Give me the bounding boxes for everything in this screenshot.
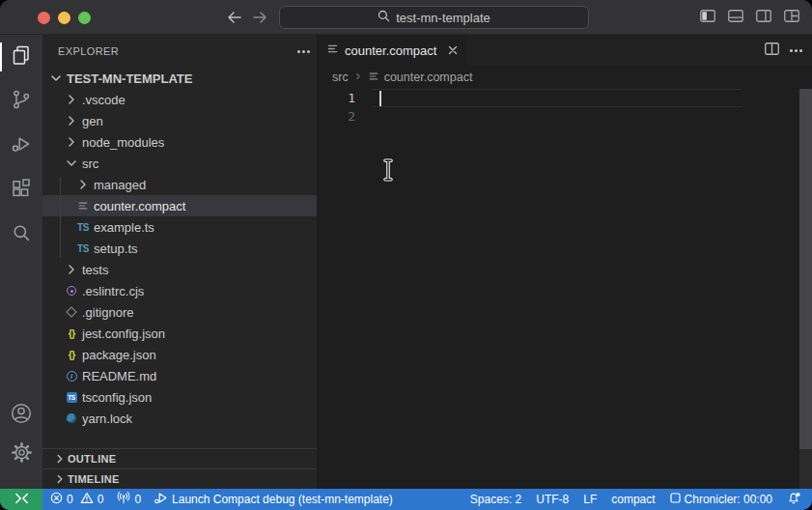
notifications-bell-icon[interactable] (787, 492, 801, 508)
activity-search-button[interactable] (0, 212, 42, 257)
file-icon (368, 71, 379, 85)
indent-guide (60, 177, 61, 258)
activity-bar (0, 35, 42, 489)
search-icon (10, 221, 33, 248)
tree-item-eslintrc[interactable]: .eslintrc.cjs (42, 280, 317, 301)
tree-item-example-ts[interactable]: TS example.ts (42, 216, 317, 238)
debug-icon (10, 132, 33, 159)
chevron-right-icon (64, 262, 79, 277)
files-icon (10, 43, 33, 71)
error-icon (50, 492, 63, 507)
tree-item-gen[interactable]: gen (42, 110, 317, 131)
tab-counter-compact[interactable]: counter.compact (317, 35, 467, 66)
tree-item-readme[interactable]: i README.md (42, 365, 317, 386)
tree-item-package-json[interactable]: { } package.json (42, 344, 317, 365)
indentation-status[interactable]: Spaces: 2 (470, 493, 521, 506)
explorer-more-actions-icon[interactable] (302, 50, 305, 53)
activity-accounts-button[interactable] (0, 396, 42, 435)
git-icon (64, 304, 79, 320)
toggle-primary-sidebar-icon[interactable] (700, 10, 715, 22)
tsconfig-icon: TS (64, 389, 79, 405)
ports-status[interactable]: 0 (117, 492, 141, 507)
timeline-section-header[interactable]: TIMELINE (42, 468, 317, 489)
chevron-right-icon (52, 471, 68, 487)
chevron-right-icon (52, 451, 68, 467)
activity-run-debug-button[interactable] (0, 124, 42, 168)
navigate-forward-button[interactable] (249, 7, 270, 28)
breadcrumb-folder[interactable]: src (332, 71, 349, 84)
activity-extensions-button[interactable] (0, 168, 42, 212)
problems-status[interactable]: 0 0 (50, 492, 103, 507)
explorer-title: EXPLORER (58, 45, 119, 57)
line-number: 1 (317, 89, 355, 107)
tab-label: counter.compact (345, 43, 436, 58)
split-editor-icon[interactable] (765, 42, 779, 59)
line-number: 2 (317, 107, 355, 126)
current-line-highlight (372, 89, 742, 107)
file-icon (75, 198, 91, 213)
chevron-right-icon (75, 177, 91, 192)
eslint-icon (64, 283, 79, 298)
status-bar: 0 0 0 Launch Compact debug (test-mn-temp… (0, 489, 812, 510)
account-icon (9, 401, 34, 430)
chevron-right-icon (64, 92, 79, 107)
tree-item-counter-compact[interactable]: counter.compact (42, 195, 317, 216)
tree-item-jest-config[interactable]: { } jest.config.json (42, 323, 317, 344)
yarn-icon (64, 411, 79, 426)
scrollbar-slider[interactable] (799, 89, 812, 449)
activity-settings-button[interactable] (0, 435, 42, 473)
extensions-icon (10, 177, 33, 204)
vscode-window: test-mn-template (0, 0, 812, 510)
tree-item-vscode[interactable]: .vscode (42, 89, 317, 110)
broadcast-icon (117, 492, 130, 507)
tree-item-managed[interactable]: managed (42, 174, 317, 195)
tree-item-node-modules[interactable]: node_modules (42, 131, 317, 153)
search-icon (378, 10, 390, 25)
command-center-search[interactable]: test-mn-template (279, 6, 589, 29)
tree-item-tests[interactable]: tests (42, 259, 317, 280)
editor-more-actions-icon[interactable] (795, 49, 798, 52)
tree-item-setup-ts[interactable]: TS setup.ts (42, 238, 317, 259)
search-query-text: test-mn-template (396, 11, 490, 25)
gear-icon (10, 440, 34, 468)
customize-layout-icon[interactable] (784, 10, 799, 22)
toggle-panel-icon[interactable] (728, 10, 743, 22)
chevron-right-icon (64, 134, 79, 150)
chevron-down-icon (64, 156, 79, 171)
debug-play-icon (154, 492, 168, 507)
code-area[interactable]: 1 2 (317, 89, 799, 489)
remote-icon (14, 493, 29, 507)
tree-item-src[interactable]: src (42, 153, 317, 174)
navigate-back-button[interactable] (224, 7, 245, 28)
tree-item-yarn-lock[interactable]: yarn.lock (42, 408, 317, 429)
outline-section-header[interactable]: OUTLINE (42, 448, 317, 468)
typescript-icon: TS (75, 219, 91, 235)
record-stop-icon (670, 493, 681, 506)
zoom-window-button[interactable] (78, 12, 91, 24)
remote-indicator[interactable] (0, 489, 42, 510)
editor-scrollbar[interactable] (799, 89, 812, 489)
tree-item-tsconfig[interactable]: TS tsconfig.json (42, 386, 317, 408)
close-tab-icon[interactable] (448, 45, 458, 55)
breadcrumbs: src counter.compact (317, 66, 812, 89)
encoding-status[interactable]: UTF-8 (536, 493, 569, 506)
close-window-button[interactable] (38, 12, 50, 24)
activity-source-control-button[interactable] (0, 79, 42, 124)
chevron-right-icon (64, 113, 79, 128)
tree-item-gitignore[interactable]: .gitignore (42, 301, 317, 323)
tab-bar: counter.compact (317, 35, 812, 66)
activity-explorer-button[interactable] (0, 35, 42, 79)
chevron-down-icon (48, 71, 64, 86)
launch-debug-button[interactable]: Launch Compact debug (test-mn-template) (154, 492, 393, 507)
tree-item-root[interactable]: TEST-MN-TEMPLATE (42, 68, 317, 89)
typescript-icon: TS (75, 241, 91, 256)
toggle-secondary-sidebar-icon[interactable] (756, 10, 771, 22)
breadcrumb-file[interactable]: counter.compact (384, 71, 473, 84)
json-icon: { } (64, 347, 79, 362)
eol-status[interactable]: LF (583, 493, 597, 506)
chronicler-status[interactable]: Chronicler: 00:00 (670, 493, 772, 506)
minimize-window-button[interactable] (58, 12, 70, 24)
json-icon: { } (64, 326, 79, 341)
language-mode-status[interactable]: compact (611, 493, 655, 506)
title-bar: test-mn-template (0, 0, 812, 35)
